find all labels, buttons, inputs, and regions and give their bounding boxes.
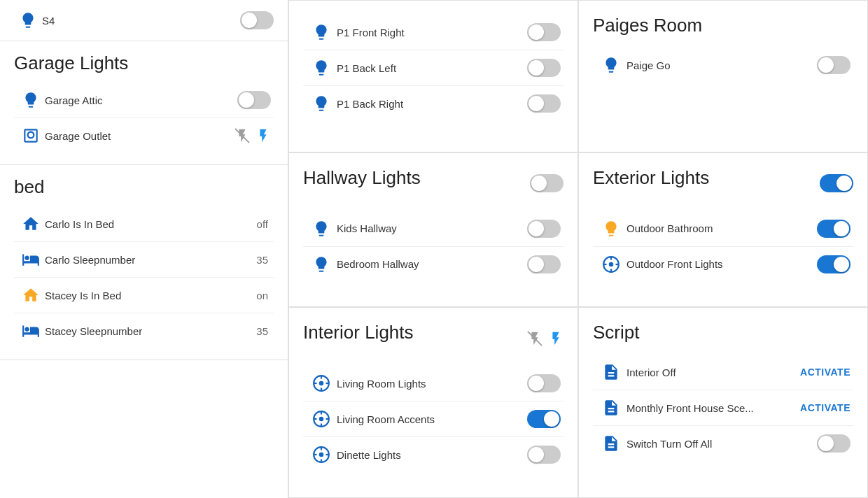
svg-point-21 — [319, 453, 324, 457]
p1-back-left-label: P1 Back Left — [337, 62, 527, 74]
sidebar-s4-row: S4 — [0, 0, 288, 41]
p1-front-right-label: P1 Front Right — [337, 27, 527, 38]
monthly-front-house-activate[interactable]: ACTIVATE — [800, 402, 850, 413]
p1-back-left-toggle[interactable] — [527, 59, 561, 77]
outdoor-bathroom-toggle[interactable] — [817, 220, 850, 238]
stacey-sleepnumber-icon — [17, 322, 45, 340]
p1-back-right-label: P1 Back Right — [337, 98, 527, 110]
svg-point-15 — [319, 417, 324, 422]
switch-turn-off-all-row: Switch Turn Off All — [593, 426, 853, 461]
bedroom-hallway-toggle[interactable] — [527, 255, 561, 273]
p1-back-right-row: P1 Back Right — [303, 86, 564, 121]
exterior-lights-title: Exterior Lights — [593, 167, 709, 189]
exterior-lights-card: Exterior Lights Outdoor Bathroom Outdoor… — [578, 152, 868, 308]
carlo-in-bed-row: Carlo Is In Bed off — [14, 206, 274, 242]
outdoor-bathroom-row: Outdoor Bathroom — [593, 211, 853, 247]
hallway-lights-toggle[interactable] — [530, 174, 564, 192]
carlo-in-bed-label: Carlo Is In Bed — [45, 218, 257, 230]
bed-section: bed Carlo Is In Bed off Carlo Sleepnumbe… — [0, 165, 288, 360]
garage-outlet-actions — [234, 128, 271, 143]
outdoor-front-lights-toggle[interactable] — [817, 255, 850, 273]
stacey-in-bed-row: Stacey Is In Bed on — [14, 278, 274, 313]
dinette-lights-toggle[interactable] — [527, 446, 561, 464]
exterior-lights-header: Exterior Lights — [593, 167, 853, 200]
outdoor-front-lights-label: Outdoor Front Lights — [626, 258, 817, 270]
hallway-lights-card: Hallway Lights Kids Hallway Bedroom Hall… — [288, 152, 578, 308]
stacey-in-bed-icon — [17, 286, 45, 304]
s4-toggle[interactable] — [240, 11, 274, 29]
p1-back-left-row: P1 Back Left — [303, 50, 564, 86]
outdoor-bathroom-icon — [596, 220, 626, 238]
bed-title: bed — [14, 176, 274, 198]
p1-front-right-toggle[interactable] — [527, 23, 561, 41]
p1-back-left-icon — [306, 59, 337, 77]
bedroom-hallway-icon — [306, 255, 337, 273]
stacey-sleepnumber-value: 35 — [256, 325, 268, 337]
living-room-accents-row: Living Room Accents — [303, 401, 564, 437]
outdoor-bathroom-label: Outdoor Bathroom — [626, 222, 817, 234]
carlo-sleepnumber-row: Carlo Sleepnumber 35 — [14, 242, 274, 278]
garage-outlet-row: Garage Outlet — [14, 118, 274, 153]
interior-lights-actions — [527, 331, 564, 346]
p1-back-right-toggle[interactable] — [527, 94, 561, 113]
living-room-lights-label: Living Room Lights — [337, 378, 527, 390]
garage-outlet-icon — [17, 127, 45, 145]
carlo-sleepnumber-value: 35 — [256, 254, 268, 266]
interior-off-icon — [596, 363, 626, 381]
flash-on-icon[interactable] — [255, 128, 271, 143]
bedroom-hallway-row: Bedroom Hallway — [303, 247, 564, 282]
dinette-lights-icon — [306, 446, 337, 464]
garage-outlet-label: Garage Outlet — [45, 130, 234, 142]
interior-flash-off-icon[interactable] — [527, 331, 542, 346]
interior-off-activate[interactable]: ACTIVATE — [800, 367, 850, 378]
kids-hallway-toggle[interactable] — [527, 220, 561, 238]
interior-off-row: Interior Off ACTIVATE — [593, 355, 853, 390]
s4-label: S4 — [42, 15, 240, 27]
main-content: P1 Front Right P1 Back Left P1 Back Righ… — [288, 0, 868, 498]
hallway-lights-header: Hallway Lights — [303, 167, 564, 200]
paige-go-toggle[interactable] — [817, 56, 850, 74]
living-room-lights-icon — [306, 374, 337, 392]
bedroom-hallway-label: Bedroom Hallway — [337, 258, 527, 270]
carlo-sleepnumber-icon — [17, 250, 45, 269]
switch-turn-off-all-icon — [596, 434, 626, 453]
interior-flash-on-icon[interactable] — [548, 331, 564, 346]
interior-lights-title: Interior Lights — [303, 322, 414, 343]
kids-hallway-label: Kids Hallway — [337, 222, 527, 234]
dinette-lights-label: Dinette Lights — [337, 449, 527, 461]
garage-lights-title: Garage Lights — [14, 52, 274, 74]
garage-attic-icon — [17, 91, 45, 109]
script-title: Script — [593, 322, 853, 343]
dinette-lights-row: Dinette Lights — [303, 437, 564, 472]
s4-light-icon — [14, 11, 42, 29]
paiges-room-title: Paiges Room — [593, 15, 853, 36]
exterior-lights-toggle[interactable] — [820, 174, 853, 192]
p1-back-right-icon — [306, 94, 337, 113]
paige-go-icon — [596, 56, 626, 74]
monthly-front-house-icon — [596, 399, 626, 417]
interior-lights-header: Interior Lights — [303, 322, 564, 355]
stacey-sleepnumber-label: Stacey Sleepnumber — [45, 325, 256, 337]
switch-turn-off-all-label: Switch Turn Off All — [626, 438, 817, 450]
monthly-front-house-label: Monthly Front House Sce... — [626, 402, 800, 414]
p1-front-right-row: P1 Front Right — [303, 15, 564, 50]
svg-point-9 — [319, 381, 324, 386]
carlo-in-bed-icon — [17, 215, 45, 233]
living-room-accents-toggle[interactable] — [527, 410, 561, 428]
carlo-sleepnumber-label: Carlo Sleepnumber — [45, 254, 256, 266]
switch-turn-off-all-toggle[interactable] — [817, 434, 850, 453]
stacey-in-bed-value: on — [256, 290, 268, 301]
living-room-accents-label: Living Room Accents — [337, 413, 527, 425]
svg-point-2 — [609, 262, 614, 266]
interior-lights-card: Interior Lights Living Room Lights Livin… — [288, 307, 578, 498]
flash-off-icon[interactable] — [234, 128, 250, 143]
garage-attic-toggle[interactable] — [237, 91, 271, 109]
stacey-sleepnumber-row: Stacey Sleepnumber 35 — [14, 313, 274, 348]
living-room-lights-row: Living Room Lights — [303, 366, 564, 401]
interior-off-label: Interior Off — [626, 367, 800, 378]
living-room-lights-toggle[interactable] — [527, 374, 561, 392]
paige-go-label: Paige Go — [626, 59, 817, 71]
paiges-room-card: Paiges Room Paige Go — [578, 0, 868, 152]
script-card: Script Interior Off ACTIVATE Monthly Fro… — [578, 307, 868, 498]
hallway-lights-title: Hallway Lights — [303, 167, 421, 189]
